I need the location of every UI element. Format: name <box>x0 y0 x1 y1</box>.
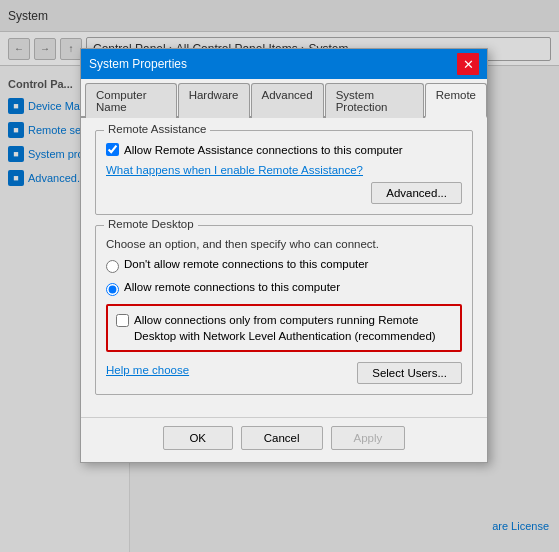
dont-allow-label: Don't allow remote connections to this c… <box>124 258 368 270</box>
tab-hardware[interactable]: Hardware <box>178 83 250 118</box>
system-properties-dialog: System Properties ✕ Computer Name Hardwa… <box>80 48 488 463</box>
nla-label: Allow connections only from computers ru… <box>134 312 452 344</box>
ok-button[interactable]: OK <box>163 426 233 450</box>
help-me-choose-link[interactable]: Help me choose <box>106 364 189 376</box>
allow-row: Allow remote connections to this compute… <box>106 281 462 296</box>
dialog-close-button[interactable]: ✕ <box>457 53 479 75</box>
remote-assistance-link[interactable]: What happens when I enable Remote Assist… <box>106 164 462 176</box>
remote-assistance-group: Remote Assistance Allow Remote Assistanc… <box>95 130 473 215</box>
tab-advanced[interactable]: Advanced <box>251 83 324 118</box>
tab-remote[interactable]: Remote <box>425 83 487 118</box>
dialog-title: System Properties <box>89 57 187 71</box>
allow-assistance-checkbox[interactable] <box>106 143 119 156</box>
dialog-titlebar: System Properties ✕ <box>81 49 487 79</box>
nla-checkbox[interactable] <box>116 314 129 327</box>
tab-system-protection[interactable]: System Protection <box>325 83 424 118</box>
remote-desktop-desc: Choose an option, and then specify who c… <box>106 238 462 250</box>
dialog-footer: OK Cancel Apply <box>81 417 487 462</box>
dialog-tabs: Computer Name Hardware Advanced System P… <box>81 79 487 118</box>
dont-allow-row: Don't allow remote connections to this c… <box>106 258 462 273</box>
dialog-content: Remote Assistance Allow Remote Assistanc… <box>81 118 487 417</box>
remote-assistance-advanced-button[interactable]: Advanced... <box>371 182 462 204</box>
allow-assistance-row: Allow Remote Assistance connections to t… <box>106 143 462 156</box>
allow-assistance-text: Allow Remote Assistance connections to t… <box>124 144 403 156</box>
remote-desktop-label: Remote Desktop <box>104 218 198 230</box>
apply-button[interactable]: Apply <box>331 426 406 450</box>
allow-radio[interactable] <box>106 283 119 296</box>
nla-highlight-box: Allow connections only from computers ru… <box>106 304 462 352</box>
tab-computer-name[interactable]: Computer Name <box>85 83 177 118</box>
allow-label: Allow remote connections to this compute… <box>124 281 340 293</box>
select-users-button[interactable]: Select Users... <box>357 362 462 384</box>
remote-assistance-label: Remote Assistance <box>104 123 210 135</box>
cancel-button[interactable]: Cancel <box>241 426 323 450</box>
dont-allow-radio[interactable] <box>106 260 119 273</box>
help-row: Help me choose Select Users... <box>106 356 462 384</box>
remote-desktop-group: Remote Desktop Choose an option, and the… <box>95 225 473 395</box>
